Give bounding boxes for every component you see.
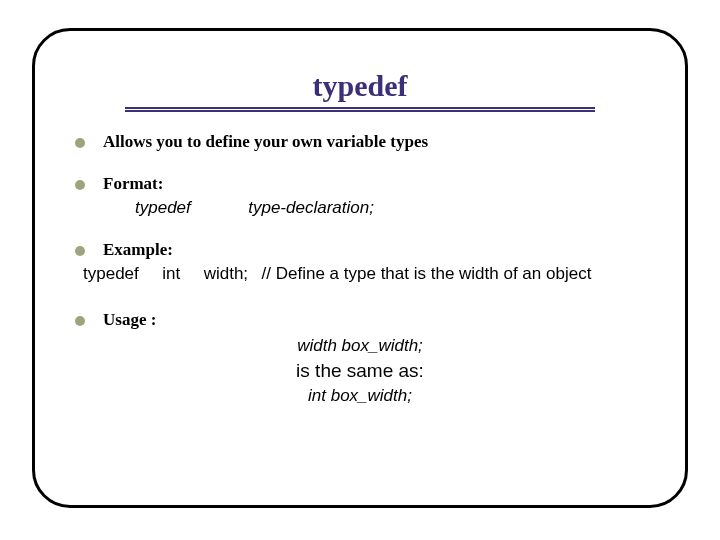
title-underline xyxy=(125,107,595,112)
bullet-text-3: Example: xyxy=(103,240,645,260)
example-comment: // Define a type that is the width of an… xyxy=(262,264,592,283)
format-keyword: typedef xyxy=(135,198,191,217)
bullet-row-2: Format: xyxy=(75,174,645,194)
usage-line-3: int box_width; xyxy=(75,386,645,406)
bullet-icon xyxy=(75,138,85,148)
format-declaration: type-declaration; xyxy=(248,198,374,217)
bullet-row-4: Usage : xyxy=(75,310,645,330)
example-line: typedef int width; // Define a type that… xyxy=(83,264,645,284)
slide-title: typedef xyxy=(307,69,414,105)
usage-line-1: width box_width; xyxy=(75,336,645,356)
example-type: int xyxy=(162,264,180,283)
title-block: typedef xyxy=(75,69,645,112)
bullet-icon xyxy=(75,246,85,256)
usage-block: width box_width; is the same as: int box… xyxy=(75,336,645,406)
slide-frame: typedef Allows you to define your own va… xyxy=(32,28,688,508)
usage-line-2: is the same as: xyxy=(75,360,645,382)
example-typedef: typedef xyxy=(83,264,139,283)
bullet-icon xyxy=(75,316,85,326)
example-name: width; xyxy=(204,264,248,283)
bullet-row-3: Example: xyxy=(75,240,645,260)
bullet-text-2: Format: xyxy=(103,174,645,194)
bullet-row-1: Allows you to define your own variable t… xyxy=(75,132,645,152)
format-line: typedef type-declaration; xyxy=(135,198,645,218)
bullet-text-1: Allows you to define your own variable t… xyxy=(103,132,645,152)
content-area: Allows you to define your own variable t… xyxy=(75,132,645,406)
bullet-icon xyxy=(75,180,85,190)
slide: typedef Allows you to define your own va… xyxy=(0,0,720,540)
bullet-text-4: Usage : xyxy=(103,310,645,330)
